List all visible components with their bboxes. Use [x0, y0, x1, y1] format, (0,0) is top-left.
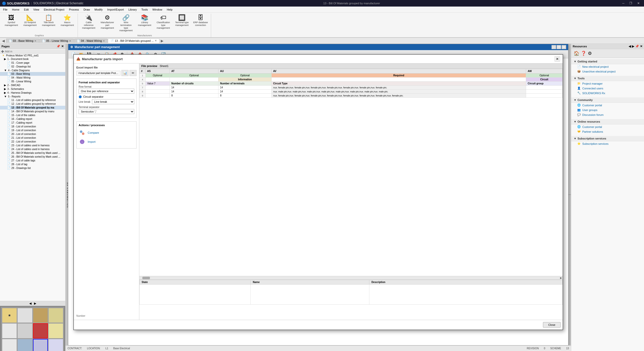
tree-list-cables-12[interactable]: 📄 12 - List of cables grouped by referen… [0, 102, 65, 106]
tools-title[interactable]: ▼ Tools [571, 76, 644, 81]
tabs-nav-left[interactable]: ◀ [1, 39, 6, 43]
online-resources-title[interactable]: ▼ Online resources [571, 119, 644, 124]
import-dialog-close-btn[interactable]: ✕ [555, 56, 560, 62]
minimize-btn[interactable]: ─ [620, 1, 627, 6]
tab-bom-grouped[interactable]: 📄 13 - Bill Of Materials grouped ... ✕ [108, 39, 159, 43]
tree-harness-cables-24[interactable]: 📄 24 - List of cables used in harness [0, 147, 65, 151]
title-block-btn[interactable]: 📋 Title block management [40, 14, 57, 28]
tree-bom-25[interactable]: 📄 25 - Bill Of Materials sorted by Mark … [0, 151, 65, 155]
tree-drawings-29[interactable]: 📄 29 - Drawings list [0, 166, 65, 170]
tree-cable-tags-27[interactable]: 📄 27 - List of cable tags [0, 159, 65, 162]
menu-process[interactable]: Process [67, 8, 81, 12]
h-scrollbar[interactable]: ▶ [139, 276, 563, 279]
mfr-dialog-minimize[interactable]: ─ [552, 45, 556, 49]
tab-waist-wiring[interactable]: 📄 04 - Waist Wiring ✕ [74, 39, 108, 43]
getting-started-title[interactable]: ▼ Getting started [571, 59, 644, 64]
resources-pin-btn[interactable]: 📌 [635, 45, 639, 48]
tree-linear-wiring[interactable]: 📄 05 - Linear Wiring [0, 80, 65, 83]
menu-home[interactable]: Home [10, 8, 21, 12]
partner-solutions-item[interactable]: 🤝 Partner solutions [571, 129, 644, 134]
close-btn[interactable]: ✕ [635, 1, 642, 6]
tree-connection-21[interactable]: 📄 21 - List of connection [0, 136, 65, 140]
file-excel-btn[interactable]: 📊 [121, 70, 128, 76]
tree-waist-wiring[interactable]: 📄 04 - Waist Wiring [0, 76, 65, 80]
scroll-right-btn[interactable]: ▶ [560, 276, 562, 279]
tree-cables-15[interactable]: 📄 15 - List of the cables [0, 113, 65, 117]
unarchive-item[interactable]: 📦 Unarchive electrical project [571, 69, 644, 74]
resources-nav-left[interactable]: ◀ [629, 45, 631, 48]
tree-list-cables-11[interactable]: 📄 11 - List of cables grouped by referen… [0, 98, 65, 102]
res-help-icon[interactable]: ❓ [581, 51, 586, 56]
tree-base-wiring[interactable]: 📄 03 - Base Wiring [0, 72, 65, 76]
tab-close-bom[interactable]: ✕ [155, 39, 157, 42]
subscription-item[interactable]: ⭐ Subscription services [571, 141, 644, 146]
tree-cabling-16[interactable]: 📄 16 - Cabling report [0, 117, 65, 121]
classification-btn[interactable]: 🏷 Classification type management [154, 14, 172, 30]
tab-close-base-wiring[interactable]: ✕ [34, 40, 36, 42]
new-project-item[interactable]: 📄 New electrical project [571, 64, 644, 69]
project-manager-item[interactable]: 📁 Project manager [571, 81, 644, 86]
footprint-mgmt-btn[interactable]: 📐 2D footprint management [21, 14, 39, 28]
connected-users-item[interactable]: 👤 Connected users [571, 86, 644, 91]
tree-schematics[interactable]: ▶ 3 - Schematics [0, 87, 65, 91]
tree-drawings-list[interactable]: 📄 02 - Drawings list [0, 65, 65, 68]
import-action-btn[interactable]: ↓ [79, 138, 86, 145]
tree-reports[interactable]: ▼ 5 - Reports [0, 95, 65, 98]
h-scrollbar-thumb[interactable] [142, 277, 150, 279]
tree-connection-19[interactable]: 📄 19 - List of connection [0, 128, 65, 132]
mfr-dialog-maximize[interactable]: ❐ [557, 45, 561, 49]
tree-connection-22[interactable]: 📄 22 - List of connection [0, 140, 65, 144]
menu-tools[interactable]: Tools [139, 8, 150, 12]
solidworks-rx-item[interactable]: 🔧 SOLIDWORKS Rx [571, 91, 644, 95]
mfr-dialog-close[interactable]: ✕ [562, 45, 566, 49]
compare-label[interactable]: Compare [88, 131, 99, 134]
menu-window[interactable]: Window [150, 8, 164, 12]
tree-connection-18[interactable]: 📄 18 - List of connection [0, 125, 65, 128]
res-settings-icon[interactable]: ⚙ [588, 51, 592, 56]
tree-tag-28[interactable]: 📄 28 - List of tag [0, 162, 65, 166]
pages-pin-btn[interactable]: 📌 [56, 45, 60, 48]
tree-document-book[interactable]: ▶ 1 - Document book [0, 57, 65, 61]
tree-scroll-left[interactable]: ◀ [29, 302, 31, 305]
import-close-btn[interactable]: Close [543, 322, 561, 328]
online-customer-portal-item[interactable]: 🌐 Customer portal [571, 124, 644, 129]
pages-close-btn[interactable]: ✕ [61, 45, 64, 48]
tree-harness-cables-23[interactable]: 📄 23 - List of cables used in harness [0, 144, 65, 147]
discussion-forum-item[interactable]: 💬 Discussion forum [571, 112, 644, 117]
macro-mgmt-btn[interactable]: ⭐ Macro management [58, 14, 76, 28]
wire-term-btn[interactable]: 🔗 Wire termination type management [117, 14, 135, 33]
resources-nav-right[interactable]: ▶ [632, 45, 634, 48]
menu-import-export[interactable]: Import/Export [105, 8, 126, 12]
tree-bom-14[interactable]: 📄 14 - Bill Of Materials grouped by manu [0, 110, 65, 113]
file-edit-btn[interactable]: ✏ [130, 70, 137, 76]
tree-swcad[interactable]: ▶ 2 - SWCAD [0, 83, 65, 87]
res-home-icon[interactable]: 🏠 [574, 51, 579, 56]
menu-draw[interactable]: Draw [81, 8, 92, 12]
tree-harness[interactable]: ▶ 4 - Harness Drawings [0, 91, 65, 95]
maximize-btn[interactable]: ❐ [627, 1, 634, 6]
menu-edit[interactable]: Edit [22, 8, 31, 12]
terminal-type-btn[interactable]: 🔲 Terminal type management [173, 14, 191, 28]
erp-btn[interactable]: 🗄 ERP database connection [192, 14, 209, 28]
subscription-services-title[interactable]: ▼ Subscription services [571, 136, 644, 141]
menu-file[interactable]: File [1, 8, 10, 12]
tab-close-waist-wiring[interactable]: ✕ [103, 40, 105, 42]
library-mgmt-btn[interactable]: 📚 Library management [136, 14, 153, 28]
cable-ref-btn[interactable]: 🔌 Cable reference management [80, 14, 98, 30]
row-format-select[interactable]: One line per reference [79, 89, 134, 94]
tree-cabling-17[interactable]: 📄 17 - Cabling report [0, 121, 65, 125]
tabs-nav-right[interactable]: ▶ [160, 39, 165, 43]
tree-connection-20[interactable]: 📄 20 - List of connection [0, 132, 65, 136]
menu-electrical-project[interactable]: Electrical Project [42, 8, 67, 12]
mfr-part-btn[interactable]: ⚙ Manufacturer part management [99, 14, 116, 30]
add-page-btn[interactable]: ➕ [1, 50, 4, 53]
line-break-select[interactable]: Line break [92, 99, 134, 104]
menu-library[interactable]: Library [126, 8, 139, 12]
tree-scroll-right[interactable]: ▶ [34, 302, 36, 305]
community-title[interactable]: ▼ Community [571, 97, 644, 103]
symbol-mgmt-btn[interactable]: 🖼 Symbol management [3, 14, 20, 28]
tree-cover-page[interactable]: 📄 01 - Cover page [0, 61, 65, 65]
resources-close-btn[interactable]: ✕ [640, 45, 642, 48]
customer-portal-item[interactable]: 🌐 Customer portal [571, 103, 644, 108]
menu-modify[interactable]: Modify [92, 8, 105, 12]
